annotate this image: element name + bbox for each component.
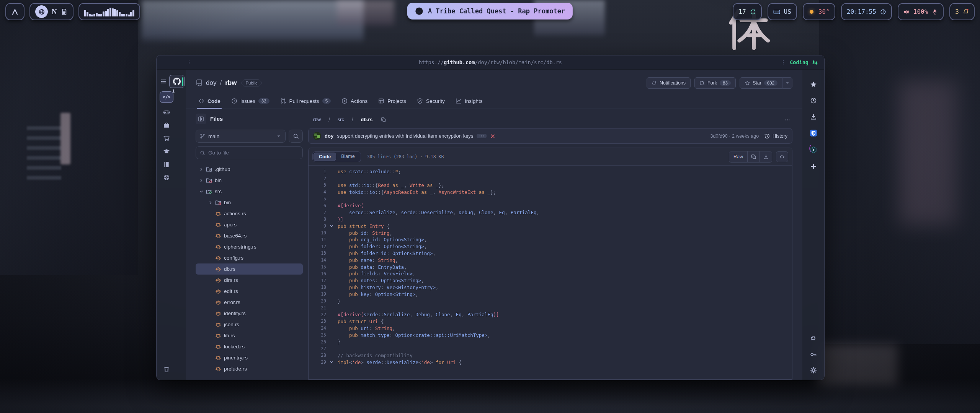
commit-sha-age[interactable]: 3d0fd90 · 2 weeks ago	[710, 133, 759, 139]
commit-message[interactable]: support decrypting entries with individu…	[337, 133, 473, 139]
line-number[interactable]: 23	[309, 319, 326, 324]
line-number[interactable]: 8	[309, 216, 326, 222]
line-number[interactable]: 1	[309, 169, 326, 174]
workspace-shopping-icon[interactable]	[163, 135, 170, 142]
workspace-browser[interactable]	[35, 5, 48, 18]
line-number[interactable]: 10	[309, 230, 326, 236]
tree-item-bin[interactable]: bin	[196, 197, 303, 208]
tree-item-base64.rs[interactable]: base64.rs	[196, 230, 303, 241]
tree-item-src[interactable]: src	[196, 186, 303, 197]
notifications-widget[interactable]: 3	[949, 3, 975, 20]
updates-widget[interactable]: 17	[733, 3, 761, 20]
raw-button[interactable]: Raw	[729, 151, 747, 162]
code-symbol-button[interactable]	[776, 151, 788, 162]
line-number[interactable]: 22	[309, 312, 326, 317]
downloads-icon[interactable]	[810, 113, 817, 120]
notifications-button[interactable]: Notifications	[647, 77, 691, 89]
goto-file-input[interactable]	[208, 150, 299, 156]
code-content[interactable]: 1use crate::prelude::*;23use std::io::{R…	[309, 166, 792, 379]
line-number[interactable]: 19	[309, 291, 326, 297]
line-number[interactable]: 26	[309, 339, 326, 345]
line-number[interactable]: 21	[309, 305, 326, 311]
star-dropdown-button[interactable]	[782, 77, 792, 89]
tree-item-config.rs[interactable]: config.rs	[196, 252, 303, 263]
history-icon[interactable]	[810, 97, 817, 104]
line-number[interactable]: 27	[309, 346, 326, 351]
launcher-button[interactable]	[5, 3, 24, 20]
tree-item-error.rs[interactable]: error.rs	[196, 297, 303, 308]
line-number[interactable]: 18	[309, 285, 326, 290]
more-options-button[interactable]	[782, 115, 792, 124]
workspace-documents[interactable]	[61, 8, 68, 15]
workspace-games-icon[interactable]	[163, 109, 170, 116]
commit-more-icon[interactable]	[477, 134, 487, 138]
add-icon[interactable]	[810, 163, 817, 170]
line-number[interactable]: 7	[309, 210, 326, 215]
extensions-puzzle-icon[interactable]	[810, 335, 817, 342]
line-number[interactable]: 15	[309, 264, 326, 270]
tab-pull-requests[interactable]: Pull requests5	[276, 95, 335, 109]
line-number[interactable]: 9	[309, 223, 326, 229]
line-number[interactable]: 14	[309, 257, 326, 263]
search-files-button[interactable]	[289, 130, 303, 143]
avatar[interactable]	[313, 132, 321, 140]
commit-author[interactable]: doy	[325, 133, 333, 139]
line-number[interactable]: 13	[309, 250, 326, 256]
tab-list-icon[interactable]	[160, 78, 167, 85]
tab-code[interactable]: Code	[194, 95, 225, 109]
keyboard-layout-widget[interactable]: US	[768, 3, 797, 20]
branch-selector[interactable]: main	[196, 130, 286, 143]
repo-name[interactable]: rbw	[225, 79, 237, 87]
url-bar[interactable]: https://github.com/doy/rbw/blob/main/src…	[157, 55, 824, 70]
tree-item-edit.rs[interactable]: edit.rs	[196, 286, 303, 297]
tree-item-bin[interactable]: bin	[196, 175, 303, 186]
line-number[interactable]: 17	[309, 278, 326, 283]
tree-item-actions.rs[interactable]: actions.rs	[196, 208, 303, 219]
tree-item-db.rs[interactable]: db.rs	[196, 263, 303, 275]
line-number[interactable]: 29	[309, 359, 326, 365]
media-player-widget[interactable]: A Tribe Called Quest - Rap Promoter	[407, 3, 573, 20]
line-number[interactable]: 20	[309, 298, 326, 304]
line-number[interactable]: 2	[309, 176, 326, 181]
repo-owner[interactable]: doy	[206, 79, 216, 87]
line-number[interactable]: 24	[309, 325, 326, 331]
line-number[interactable]: 16	[309, 271, 326, 276]
line-number[interactable]: 11	[309, 237, 326, 242]
trash-icon[interactable]	[163, 366, 170, 373]
workspace-school-icon[interactable]	[163, 148, 170, 155]
tree-item-pinentry.rs[interactable]: pinentry.rs	[196, 352, 303, 363]
copy-button[interactable]	[747, 151, 760, 162]
tree-item-.github[interactable]: .github	[196, 164, 303, 175]
tree-item-prelude.rs[interactable]: prelude.rs	[196, 363, 303, 374]
tab-security[interactable]: Security	[413, 95, 449, 109]
blame-tab[interactable]: Blame	[336, 153, 359, 161]
line-number[interactable]: 6	[309, 203, 326, 208]
tab-insights[interactable]: Insights	[451, 95, 487, 109]
workspace-notes[interactable]: N	[52, 8, 57, 16]
workspace-code[interactable]: </> 1	[160, 91, 173, 103]
line-number[interactable]: 28	[309, 353, 326, 358]
tree-item-api.rs[interactable]: api.rs	[196, 219, 303, 230]
line-number[interactable]: 25	[309, 332, 326, 338]
copy-path-icon[interactable]	[381, 117, 386, 122]
dismiss-icon[interactable]	[490, 133, 495, 139]
bookmarks-icon[interactable]	[810, 81, 817, 88]
fold-chevron-icon[interactable]	[328, 359, 335, 365]
fork-button[interactable]: Fork 83	[694, 77, 736, 89]
breadcrumb-db.rs[interactable]: db.rs	[356, 116, 378, 124]
workspace-misc-icon[interactable]	[163, 174, 170, 181]
tree-item-locked.rs[interactable]: locked.rs	[196, 341, 303, 352]
bitwarden-extension-icon[interactable]	[810, 129, 817, 137]
tab-issues[interactable]: Issues33	[227, 95, 274, 109]
clock-widget[interactable]: 20:17:55	[841, 3, 892, 20]
tab-projects[interactable]: Projects	[374, 95, 410, 109]
collapse-sidebar-button[interactable]	[196, 114, 206, 124]
tab-actions[interactable]: Actions	[337, 95, 372, 109]
line-number[interactable]: 3	[309, 182, 326, 188]
volume-widget[interactable]: 100%	[898, 3, 944, 20]
passwords-key-icon[interactable]	[810, 351, 817, 358]
extension-icon[interactable]	[810, 146, 817, 154]
breadcrumb-rbw[interactable]: rbw	[308, 116, 326, 124]
download-button[interactable]	[760, 151, 772, 162]
workspace-reading-icon[interactable]	[163, 161, 170, 168]
